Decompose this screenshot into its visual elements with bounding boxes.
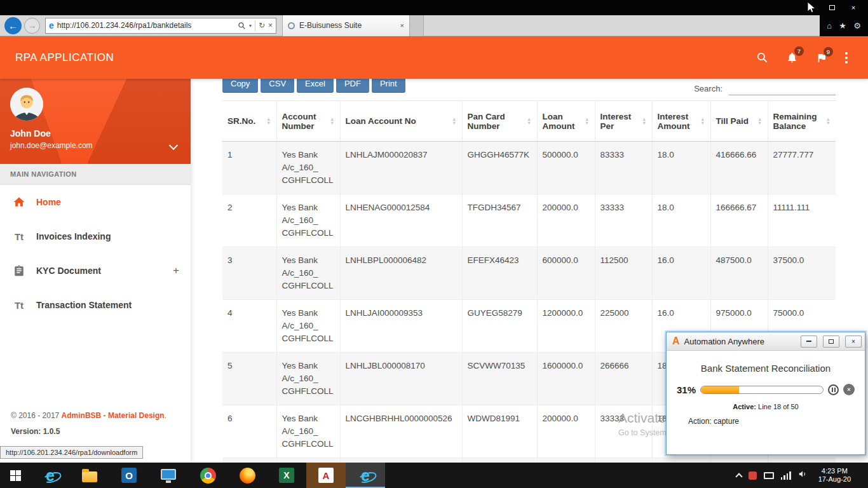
sidebar-item-label: Transaction Statement — [36, 300, 132, 310]
column-header-label: Loan Account No — [346, 116, 416, 126]
taskbar-outlook[interactable]: O — [109, 463, 149, 488]
table-cell: 500000.0 — [537, 142, 595, 194]
aa-body: Bank Statement Reconciliation 31% × Acti… — [667, 351, 865, 426]
user-card: John Doe john.doe@example.com — [0, 79, 191, 164]
browser-tab[interactable]: E-Buisuness Suite × — [282, 15, 410, 36]
column-header[interactable]: Account Number▲▼ — [276, 101, 340, 142]
document-icon — [11, 265, 27, 276]
mouse-cursor — [807, 2, 816, 14]
overflow-menu-icon[interactable] — [845, 52, 848, 64]
taskbar-acrobat[interactable]: A — [306, 463, 346, 488]
stop-icon[interactable]: × — [268, 22, 273, 29]
browser-right-icons: ⌂ ★ ⚙ — [820, 15, 868, 36]
tray-signal-icon[interactable] — [781, 471, 791, 480]
pause-button[interactable] — [828, 384, 839, 395]
pdf-button[interactable]: PDF — [336, 79, 369, 93]
maximize-icon — [829, 339, 834, 344]
table-cell: 5 — [222, 353, 276, 405]
aa-titlebar[interactable]: A Automation Anywhere × — [667, 332, 865, 351]
tray-network-monitor-icon[interactable] — [764, 472, 774, 479]
active-value: Line 18 of 50 — [758, 403, 799, 410]
aa-minimize-button[interactable] — [801, 336, 817, 348]
search-label: Search: — [694, 84, 722, 95]
sidebar-item-home[interactable]: Home — [0, 185, 191, 219]
taskbar-firefox[interactable] — [227, 463, 267, 488]
show-hidden-icons-icon[interactable] — [735, 473, 742, 480]
table-cell: 33333 — [595, 194, 652, 247]
address-search-icon[interactable] — [238, 22, 246, 30]
column-header[interactable]: Pan Card Number▲▼ — [462, 101, 537, 142]
search-input[interactable] — [729, 81, 836, 95]
clock[interactable]: 4:23 PM 17-Aug-20 — [814, 467, 855, 484]
table-cell: EFEFX46423 — [462, 247, 537, 300]
taskbar-internet-explorer-active[interactable]: e — [346, 463, 385, 488]
taskbar-file-explorer[interactable] — [70, 463, 109, 488]
nav-section-label: MAIN NAVIGATION — [0, 164, 191, 185]
column-header[interactable]: SR.No.▲▼ — [222, 101, 276, 142]
adminbsb-link[interactable]: AdminBSB - Material Design — [62, 411, 165, 420]
taskbar-internet-explorer-pinned[interactable]: e — [31, 463, 70, 488]
tasks-flag-icon[interactable]: 9 — [816, 52, 827, 64]
table-cell: 1600000.0 — [537, 353, 595, 405]
column-header[interactable]: Remaining Balance▲▼ — [768, 101, 836, 142]
sort-icon: ▲▼ — [452, 118, 456, 125]
forward-button[interactable]: → — [24, 18, 40, 34]
tab-close-icon[interactable]: × — [400, 22, 404, 29]
table-row[interactable]: 2Yes Bank A/c_160_ CGHFLCOLLLNHENAG00001… — [222, 194, 836, 247]
address-dropdown-icon[interactable]: ▾ — [249, 23, 252, 29]
active-label: Active: — [733, 403, 756, 410]
column-header[interactable]: Till Paid▲▼ — [710, 101, 768, 142]
browser-toolbar: ← → e http://106.201.234.246/rpa1/bankde… — [0, 15, 820, 36]
table-row[interactable]: 1Yes Bank A/c_160_ CGHFLCOLLLNHLAJM00002… — [222, 142, 836, 194]
back-button[interactable]: ← — [4, 17, 22, 34]
window-close-button[interactable]: × — [843, 0, 864, 15]
copyright-suffix: . — [165, 411, 166, 420]
table-cell: Yes Bank A/c_160_ CGHFLCOLL — [276, 353, 340, 405]
excel-icon: X — [279, 468, 294, 483]
table-cell: Yes Bank — [276, 458, 340, 463]
tray-app-icon[interactable] — [749, 471, 757, 480]
header-search-icon[interactable] — [756, 51, 768, 64]
file-explorer-icon — [82, 471, 97, 482]
print-button[interactable]: Print — [372, 79, 405, 93]
column-header[interactable]: Loan Account No▲▼ — [340, 101, 462, 142]
progress-bar — [700, 386, 824, 394]
window-maximize-button[interactable] — [821, 0, 843, 15]
table-row[interactable]: 3Yes Bank A/c_160_ CGHFLCOLLLNHLBPL00000… — [222, 247, 836, 300]
notifications-bell-icon[interactable]: 7 — [786, 51, 798, 64]
column-header[interactable]: Loan Amount▲▼ — [537, 101, 595, 142]
sidebar-item-invoices-indexing[interactable]: TtInvoices Indexing — [0, 219, 191, 254]
csv-button[interactable]: CSV — [261, 79, 294, 93]
aa-maximize-button[interactable] — [823, 336, 839, 348]
settings-gear-icon[interactable]: ⚙ — [853, 22, 861, 30]
excel-button[interactable]: Excel — [297, 79, 334, 93]
browser-titlebar: × — [0, 0, 868, 15]
copyright-line: © 2016 - 2017 AdminBSB - Material Design… — [11, 410, 186, 421]
sidebar-item-transaction-statement[interactable]: TtTransaction Statement — [0, 288, 191, 322]
expand-plus-icon[interactable]: + — [173, 264, 179, 277]
table-row[interactable]: 7Yes BankLNHLBPL000007311WDWDG9384750000… — [222, 458, 836, 463]
column-header-label: Pan Card Number — [468, 112, 525, 131]
start-button[interactable] — [0, 463, 31, 488]
home-page-icon[interactable]: ⌂ — [827, 22, 832, 30]
new-tab-button[interactable] — [410, 15, 424, 36]
column-header[interactable]: Interest Amount▲▼ — [652, 101, 710, 142]
address-bar[interactable]: e http://106.201.234.246/rpa1/bankdetail… — [45, 18, 276, 34]
taskbar-remote-desktop[interactable] — [149, 463, 188, 488]
tray-volume-icon[interactable] — [798, 470, 807, 481]
system-tray: 4:23 PM 17-Aug-20 — [736, 463, 868, 488]
home-icon — [11, 196, 27, 208]
taskbar-excel[interactable]: X — [267, 463, 306, 488]
table-cell: 166666.67 — [710, 194, 768, 247]
copy-button[interactable]: Copy — [222, 79, 258, 93]
favorites-star-icon[interactable]: ★ — [839, 22, 846, 30]
sidebar-item-kyc-document[interactable]: KYC Document+ — [0, 254, 191, 288]
aa-close-button[interactable]: × — [845, 336, 862, 348]
stop-task-button[interactable]: × — [843, 384, 855, 395]
table-cell: 487500.0 — [710, 247, 768, 300]
column-header[interactable]: Interest Per▲▼ — [595, 101, 652, 142]
taskbar-chrome[interactable] — [188, 463, 227, 488]
tab-favicon — [288, 22, 295, 29]
refresh-icon[interactable]: ↻ — [259, 22, 265, 29]
column-header-label: Interest Amount — [658, 112, 698, 131]
